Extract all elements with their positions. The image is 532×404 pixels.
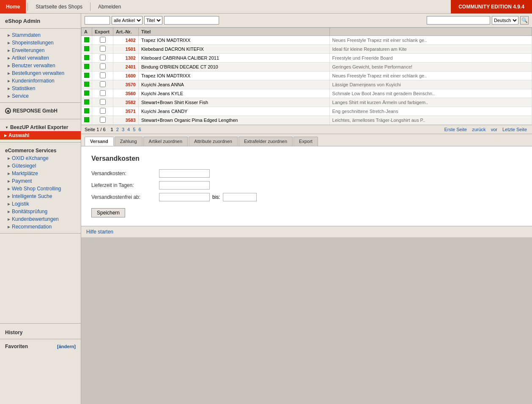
article-number[interactable]: 3583 bbox=[126, 118, 136, 123]
lang-search-input[interactable] bbox=[427, 16, 490, 25]
sidebar-item-guetesiegel[interactable]: Gütesiegel bbox=[0, 162, 81, 170]
search-input[interactable] bbox=[164, 16, 219, 25]
export-checkbox[interactable] bbox=[100, 63, 106, 69]
page-1[interactable]: 1 bbox=[111, 127, 113, 132]
article-number[interactable]: 1302 bbox=[126, 55, 136, 60]
page-info: Seite 1 / 6 bbox=[85, 127, 106, 132]
export-checkbox[interactable] bbox=[100, 46, 106, 52]
article-number[interactable]: 1501 bbox=[126, 47, 136, 52]
export-cell bbox=[92, 54, 113, 63]
versandkostenfrei-ab-input[interactable] bbox=[159, 193, 210, 201]
home-button[interactable]: Home bbox=[0, 0, 26, 14]
page-5[interactable]: 5 bbox=[133, 127, 135, 132]
artnr-cell: 3582 bbox=[113, 98, 139, 107]
article-number[interactable]: 1600 bbox=[126, 73, 136, 78]
table-row: 3582 Stewart+Brown Shirt Kisser Fish Lan… bbox=[82, 98, 532, 107]
sidebar-item-shopeinstellungen[interactable]: Shopeinstellungen bbox=[0, 39, 81, 47]
sidebar-divider3 bbox=[0, 119, 81, 119]
hilfe-bar[interactable]: Hilfe starten bbox=[81, 226, 532, 237]
desc-cell: Leichtes, ärmelloses Träger-Longshirt au… bbox=[329, 116, 532, 125]
status-indicator bbox=[84, 117, 89, 122]
desc-cell: Neues Freestyle Trapez mit einer schlank… bbox=[329, 36, 532, 45]
export-checkbox[interactable] bbox=[100, 72, 106, 78]
page-4[interactable]: 4 bbox=[127, 127, 130, 132]
article-filter-input[interactable] bbox=[85, 16, 110, 25]
lieferzeit-input[interactable] bbox=[159, 181, 210, 190]
article-number[interactable]: 2401 bbox=[126, 64, 136, 69]
page-6[interactable]: 6 bbox=[138, 127, 141, 132]
first-page-link[interactable]: Erste Seite bbox=[444, 127, 467, 132]
table-row: 3570 Kuyichi Jeans ANNA Lässige Damenjea… bbox=[82, 80, 532, 89]
export-cell bbox=[92, 98, 113, 107]
status-indicator bbox=[84, 46, 89, 51]
sidebar-item-logistik[interactable]: Logistik bbox=[0, 200, 81, 208]
tab-attribute-zuordnen[interactable]: Attribute zuordnen bbox=[189, 137, 238, 146]
article-number[interactable]: 3570 bbox=[126, 82, 136, 87]
desc-cell: Langes Shirt mit kurzen Ärmeln und farbi… bbox=[329, 98, 532, 107]
export-checkbox[interactable] bbox=[100, 37, 106, 43]
status-indicator bbox=[84, 37, 89, 42]
next-page-link[interactable]: vor bbox=[491, 127, 497, 132]
article-number[interactable]: 3560 bbox=[126, 91, 136, 96]
shop-link[interactable]: Startseite des Shops bbox=[30, 4, 88, 10]
export-checkbox[interactable] bbox=[100, 90, 106, 96]
sidebar-item-oxid[interactable]: OXID eXchange bbox=[0, 154, 81, 162]
field-select[interactable]: Titel bbox=[144, 16, 162, 25]
sidebar-item-auswahl[interactable]: Auswahl bbox=[0, 131, 81, 140]
versandkosten-label: Versandkosten: bbox=[91, 170, 159, 176]
article-number[interactable]: 3582 bbox=[126, 100, 136, 105]
form-row-versandkosten: Versandkosten: bbox=[91, 169, 522, 178]
status-indicator bbox=[84, 64, 89, 69]
bis-label: bis: bbox=[212, 194, 220, 200]
status-cell bbox=[82, 107, 92, 116]
sidebar-item-webshop[interactable]: Web Shop Controlling bbox=[0, 185, 81, 192]
status-cell bbox=[82, 89, 92, 98]
page-3[interactable]: 3 bbox=[122, 127, 124, 132]
article-type-select[interactable]: alle Artikel bbox=[112, 16, 143, 25]
form-row-lieferzeit: Lieferzeit in Tagen: bbox=[91, 181, 522, 190]
article-number[interactable]: 3571 bbox=[126, 109, 136, 114]
search-button[interactable]: 🔍 bbox=[520, 16, 529, 25]
sidebar-item-kundeninfo[interactable]: Kundeninformation bbox=[0, 77, 81, 85]
versandkostenfrei-bis-input[interactable] bbox=[223, 193, 257, 201]
export-checkbox[interactable] bbox=[100, 81, 106, 87]
tab-zahlung[interactable]: Zahlung bbox=[115, 137, 143, 146]
sidebar-item-service[interactable]: Service bbox=[0, 92, 81, 100]
title-cell: Trapez ION MADTRIXX bbox=[139, 36, 330, 45]
versandkosten-input[interactable] bbox=[159, 169, 210, 178]
sidebar-item-erweiterungen[interactable]: Erweiterungen bbox=[0, 47, 81, 54]
nav-separator bbox=[27, 3, 28, 11]
tab-export[interactable]: Export bbox=[293, 137, 318, 146]
export-checkbox[interactable] bbox=[100, 99, 106, 105]
sidebar-item-bestellungen[interactable]: Bestellungen verwalten bbox=[0, 69, 81, 77]
export-checkbox[interactable] bbox=[100, 55, 106, 60]
export-checkbox[interactable] bbox=[100, 117, 106, 123]
table-row: 2401 Bindung O'BRIEN DECADE CT 2010 Geri… bbox=[82, 63, 532, 71]
sidebar-item-stammdaten[interactable]: Stammdaten bbox=[0, 31, 81, 39]
artnr-cell: 1600 bbox=[113, 71, 139, 80]
sidebar-item-marktplaetze[interactable]: Marktplätze bbox=[0, 170, 81, 177]
ecommerce-title: eCommerce Services bbox=[0, 145, 81, 154]
sidebar-item-benutzer[interactable]: Benutzer verwalten bbox=[0, 62, 81, 69]
language-select[interactable]: Deutsch bbox=[492, 16, 518, 25]
export-checkbox[interactable] bbox=[100, 108, 106, 114]
sidebar-item-payment[interactable]: Payment bbox=[0, 177, 81, 185]
sidebar-item-recommendation[interactable]: Recommendation bbox=[0, 223, 81, 231]
article-number[interactable]: 1402 bbox=[126, 38, 136, 43]
last-page-link[interactable]: Letzte Seite bbox=[502, 127, 527, 132]
sidebar-item-statistiken[interactable]: Statistiken bbox=[0, 85, 81, 92]
sidebar-item-kundenbewertungen[interactable]: Kundenbewertungen bbox=[0, 215, 81, 223]
favorites-change[interactable]: [ändern] bbox=[57, 344, 76, 349]
page-2[interactable]: 2 bbox=[116, 127, 119, 132]
sidebar-item-artikel[interactable]: Artikel verwalten bbox=[0, 54, 81, 62]
tab-extrafelder-zuordnen[interactable]: Extrafelder zuordnen bbox=[239, 137, 293, 146]
logout-link[interactable]: Abmelden bbox=[92, 4, 127, 10]
artnr-cell: 3570 bbox=[113, 80, 139, 89]
sidebar-item-bonitaet[interactable]: Bonitätsprüfung bbox=[0, 208, 81, 215]
sidebar-item-intelligente[interactable]: Intelligente Suche bbox=[0, 192, 81, 200]
save-button[interactable]: Speichern bbox=[91, 208, 125, 217]
tab-versand[interactable]: Versand bbox=[85, 137, 114, 146]
tab-artikel-zuordnen[interactable]: Artikel zuordnen bbox=[143, 137, 188, 146]
prev-page-link[interactable]: zurück bbox=[472, 127, 485, 132]
status-indicator bbox=[84, 55, 89, 60]
